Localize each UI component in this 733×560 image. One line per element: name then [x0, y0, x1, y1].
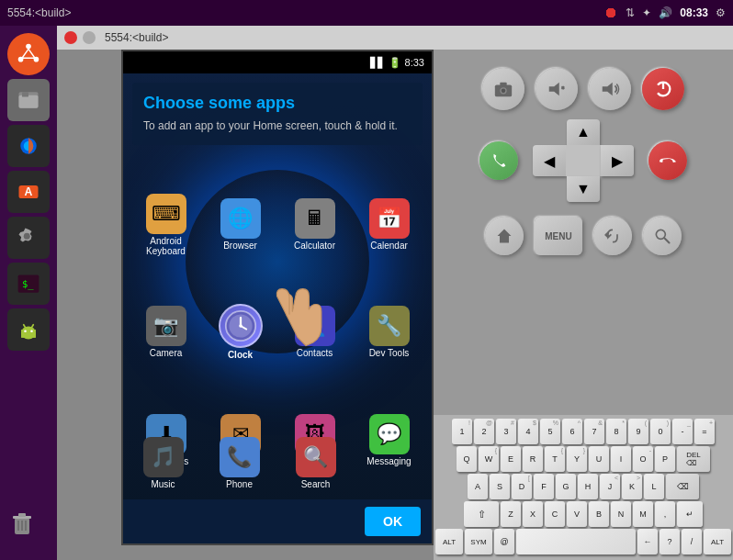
key-alt-right[interactable]: ALT	[704, 529, 731, 554]
sidebar-item-firefox[interactable]	[7, 125, 50, 167]
emulator-controls-panel: ▲ ◀ ▶ ▼ MENU	[434, 50, 733, 560]
key-3[interactable]: #3	[496, 419, 516, 444]
key-delete[interactable]: DEL⌫	[677, 446, 710, 472]
key-r[interactable]: R	[523, 446, 543, 472]
window-title: 5554:<build>	[105, 31, 168, 44]
key-z[interactable]: Z	[501, 501, 521, 527]
key-x[interactable]: X	[523, 501, 543, 527]
key-d[interactable]: [D	[512, 474, 532, 499]
dpad-center[interactable]	[566, 145, 601, 176]
app-item-camera[interactable]: 📷 Camera	[130, 280, 201, 384]
key-enter[interactable]: ↵	[677, 501, 703, 527]
key-w[interactable]: {W	[479, 446, 499, 472]
key-y[interactable]: }Y	[567, 446, 587, 472]
sidebar-item-settings[interactable]	[7, 217, 50, 259]
key-n[interactable]: N	[611, 501, 631, 527]
key-at[interactable]: @	[494, 529, 514, 554]
call-button[interactable]	[479, 141, 518, 180]
sidebar-item-software-center[interactable]: A	[7, 171, 50, 213]
menu-button[interactable]: MENU	[535, 217, 582, 255]
key-v[interactable]: V	[567, 501, 587, 527]
key-j[interactable]: <J	[600, 474, 620, 499]
key-l[interactable]: L	[644, 474, 664, 499]
svg-rect-35	[500, 83, 506, 86]
key-comma[interactable]: ,	[655, 501, 675, 527]
key-arrow-left[interactable]: ←	[637, 529, 658, 554]
key-9[interactable]: (9	[628, 419, 648, 444]
key-p[interactable]: P	[655, 446, 675, 472]
zxcv-key-row: ⇧ Z X C V B N M , ↵	[437, 501, 729, 527]
dpad-down-button[interactable]: ▼	[567, 176, 600, 202]
key-o[interactable]: -O	[633, 446, 653, 472]
key-4[interactable]: $4	[518, 419, 538, 444]
key-s[interactable]: S	[490, 474, 510, 499]
key-5[interactable]: %5	[540, 419, 560, 444]
window-minimize-button[interactable]	[83, 31, 96, 44]
back-button[interactable]	[593, 217, 632, 255]
key-6[interactable]: ^6	[562, 419, 582, 444]
choose-apps-desc: To add an app to your Home screen, touch…	[143, 118, 412, 134]
key-0[interactable]: )0	[650, 419, 671, 444]
key-1[interactable]: !1	[452, 419, 472, 444]
sidebar-item-terminal[interactable]: $_	[7, 263, 50, 305]
sidebar-item-files[interactable]	[7, 79, 50, 121]
trash-icon[interactable]	[7, 509, 37, 542]
key-space[interactable]	[516, 529, 636, 554]
choose-apps-title: Choose some apps	[143, 94, 412, 113]
choose-apps-dialog: Choose some apps To add an app to your H…	[132, 83, 423, 145]
volume-up-button[interactable]	[589, 68, 631, 110]
key-7[interactable]: &7	[584, 419, 604, 444]
volume-down-button[interactable]	[536, 68, 578, 110]
sidebar-item-ubuntu[interactable]	[7, 33, 50, 75]
key-minus[interactable]: _-	[672, 419, 693, 444]
key-f[interactable]: F	[534, 474, 554, 499]
key-u[interactable]: U	[589, 446, 609, 472]
home-button[interactable]	[485, 217, 524, 255]
app-item-calculator[interactable]: 🖩 Calculator	[279, 173, 350, 276]
end-call-button[interactable]	[648, 141, 687, 180]
key-q[interactable]: Q	[457, 446, 477, 472]
key-m[interactable]: M	[633, 501, 653, 527]
dpad-right-button[interactable]: ▶	[601, 145, 634, 176]
key-t[interactable]: {T	[545, 446, 565, 472]
sidebar-item-android[interactable]	[7, 308, 50, 351]
app-item-calendar[interactable]: 📅 Calendar	[354, 173, 424, 276]
app-item-search[interactable]: 🔍 Search	[279, 430, 352, 496]
app-item-music[interactable]: 🎵 Music	[127, 430, 199, 496]
key-2[interactable]: @2	[474, 419, 494, 444]
camera-button[interactable]	[482, 68, 524, 110]
app-item-contacts[interactable]: 👤 Contacts	[279, 280, 350, 384]
dpad-up-button[interactable]: ▲	[567, 119, 600, 145]
top-bar-left: 5554:<build>	[7, 6, 71, 19]
app-item-devtools[interactable]: 🔧 Dev Tools	[354, 280, 424, 384]
key-c[interactable]: C	[545, 501, 565, 527]
android-phone-screen[interactable]: ▋▋ 🔋 8:33 Choose some apps To add an app…	[121, 50, 434, 545]
app-item-clock[interactable]: Clock	[205, 280, 276, 384]
key-a[interactable]: A	[468, 474, 488, 499]
settings-icon[interactable]: ⚙	[716, 6, 726, 19]
key-shift[interactable]: ⇧	[464, 501, 499, 527]
ok-button[interactable]: OK	[365, 507, 421, 536]
key-e[interactable]: E	[501, 446, 521, 472]
dpad-left-button[interactable]: ◀	[533, 145, 566, 176]
app-item-browser[interactable]: 🌐 Browser	[205, 173, 276, 276]
key-k[interactable]: >K	[622, 474, 642, 499]
search-emulator-button[interactable]	[643, 217, 682, 255]
key-backspace[interactable]: ⌫	[666, 474, 699, 499]
key-sym[interactable]: SYM	[465, 529, 492, 554]
key-b[interactable]: B	[589, 501, 609, 527]
key-g[interactable]: G	[556, 474, 576, 499]
key-slash[interactable]: ?	[660, 529, 680, 554]
key-alt-left[interactable]: ALT	[435, 529, 463, 554]
key-i[interactable]: I	[611, 446, 631, 472]
dpad: ▲ ◀ ▶ ▼	[533, 119, 634, 202]
app-item-phone[interactable]: 📞 Phone	[203, 430, 276, 496]
key-8[interactable]: *8	[606, 419, 626, 444]
keyboard-section: !1 @2 #3 $4 %5 ^6 &7 *8 (9 )0 _- += Q {W…	[434, 415, 733, 560]
window-close-button[interactable]	[64, 31, 77, 44]
power-button[interactable]	[642, 68, 684, 110]
key-h[interactable]: H	[578, 474, 598, 499]
key-equals[interactable]: +=	[694, 419, 715, 444]
app-item-keyboard[interactable]: ⌨ Android Keyboard	[130, 173, 201, 276]
key-question[interactable]: /	[682, 529, 702, 554]
